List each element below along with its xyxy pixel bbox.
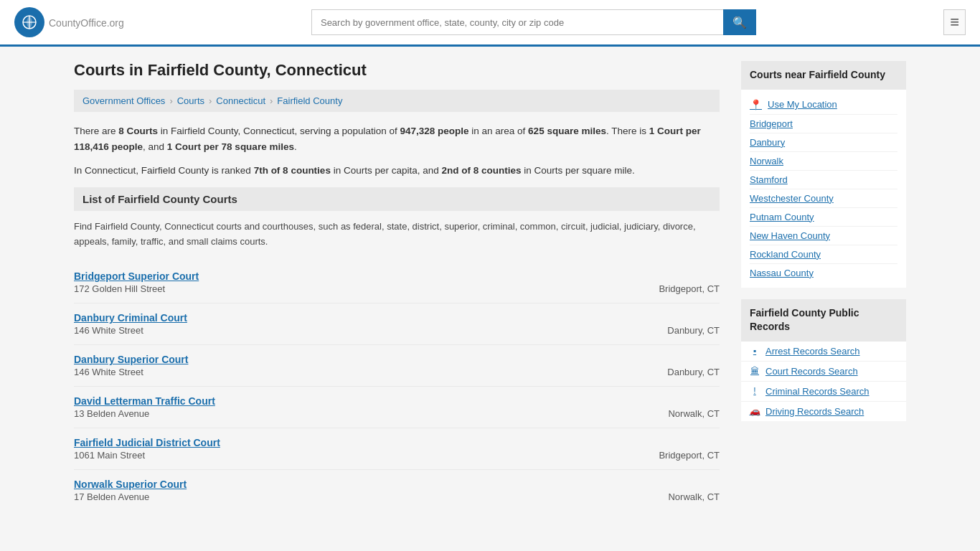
court-row: David Letterman Traffic Court 13 Belden … [74, 395, 720, 419]
breadcrumb-connecticut[interactable]: Connecticut [216, 95, 265, 106]
court-address: 17 Belden Avenue [74, 491, 654, 502]
public-records-header: Fairfield County Public Records [741, 299, 906, 342]
nearby-link[interactable]: Putnam County [750, 208, 897, 227]
logo[interactable]: CountyOffice.org [14, 7, 124, 37]
record-icon: 🏛 [750, 366, 760, 376]
court-name[interactable]: Fairfield Judicial District Court [74, 437, 644, 448]
record-label: Arrest Records Search [765, 346, 860, 357]
logo-ext: .org [107, 17, 124, 29]
court-address: 13 Belden Avenue [74, 408, 654, 419]
court-address: 146 White Street [74, 325, 653, 336]
record-label: Criminal Records Search [765, 386, 870, 397]
nearby-header: Courts near Fairfield County [741, 61, 906, 90]
nearby-link[interactable]: Danbury [750, 133, 897, 152]
info-paragraph-1: There are 8 Courts in Fairfield County, … [74, 123, 720, 154]
search-button[interactable]: 🔍 [723, 9, 756, 35]
rank-sqmi: 2nd of 8 counties [441, 165, 521, 176]
court-item: David Letterman Traffic Court 13 Belden … [74, 387, 720, 428]
area: 625 square miles [528, 126, 606, 136]
record-icon: ▪ [750, 346, 760, 356]
nearby-links: 📍 Use My Location BridgeportDanburyNorwa… [741, 90, 906, 288]
logo-name: CountyOffice [49, 17, 107, 29]
sidebar: Courts near Fairfield County 📍 Use My Lo… [741, 61, 906, 511]
court-info: Danbury Superior Court 146 White Street [74, 354, 653, 377]
main-content: Courts in Fairfield County, Connecticut … [74, 61, 720, 511]
court-location: Norwalk, CT [654, 395, 720, 419]
court-row: Bridgeport Superior Court 172 Golden Hil… [74, 270, 720, 294]
court-item: Fairfield Judicial District Court 1061 M… [74, 428, 720, 470]
court-item: Norwalk Superior Court 17 Belden Avenue … [74, 470, 720, 511]
main-container: Courts in Fairfield County, Connecticut … [60, 47, 920, 525]
court-count: 8 Courts [118, 126, 158, 136]
nearby-link[interactable]: Westchester County [750, 189, 897, 208]
breadcrumb-sep-3: › [270, 95, 273, 106]
court-info: Fairfield Judicial District Court 1061 M… [74, 437, 644, 461]
nearby-section: Courts near Fairfield County 📍 Use My Lo… [741, 61, 906, 288]
list-header-text: List of Fairfield County Courts [83, 193, 237, 205]
use-location-link[interactable]: 📍 Use My Location [750, 95, 897, 115]
logo-icon [14, 7, 44, 37]
breadcrumb-sep-1: › [169, 95, 172, 106]
use-location-label: Use My Location [768, 99, 837, 110]
court-location: Bridgeport, CT [644, 437, 720, 461]
court-row: Fairfield Judicial District Court 1061 M… [74, 437, 720, 461]
nearby-link[interactable]: Stamford [750, 171, 897, 189]
court-location: Danbury, CT [653, 354, 720, 377]
breadcrumb-fairfield[interactable]: Fairfield County [277, 95, 342, 106]
court-location: Danbury, CT [653, 312, 720, 336]
list-section-header: List of Fairfield County Courts [74, 187, 720, 211]
public-records-link[interactable]: !Criminal Records Search [741, 382, 906, 402]
breadcrumb-sep-2: › [209, 95, 212, 106]
nearby-link[interactable]: New Haven County [750, 227, 897, 245]
population: 947,328 people [400, 126, 468, 136]
nearby-link[interactable]: Rockland County [750, 245, 897, 264]
court-row: Norwalk Superior Court 17 Belden Avenue … [74, 479, 720, 502]
court-item: Danbury Criminal Court 146 White Street … [74, 303, 720, 345]
court-row: Danbury Superior Court 146 White Street … [74, 354, 720, 377]
rank-capita: 7th of 8 counties [254, 165, 331, 176]
record-icon: ! [750, 386, 760, 396]
court-address: 172 Golden Hill Street [74, 283, 644, 294]
breadcrumb-courts[interactable]: Courts [177, 95, 204, 106]
nearby-link[interactable]: Nassau County [750, 264, 897, 282]
court-item: Bridgeport Superior Court 172 Golden Hil… [74, 262, 720, 303]
nearby-link[interactable]: Norwalk [750, 152, 897, 171]
page-title: Courts in Fairfield County, Connecticut [74, 61, 720, 80]
public-records-link[interactable]: ▪Arrest Records Search [741, 342, 906, 362]
record-icon: 🚗 [750, 406, 760, 416]
public-records-link[interactable]: 🏛Court Records Search [741, 362, 906, 382]
court-info: David Letterman Traffic Court 13 Belden … [74, 395, 654, 419]
court-address: 1061 Main Street [74, 450, 644, 461]
breadcrumb-gov-offices[interactable]: Government Offices [83, 95, 165, 106]
search-area: 🔍 [311, 9, 756, 35]
court-location: Norwalk, CT [654, 479, 720, 502]
search-input[interactable] [311, 9, 723, 35]
court-info: Bridgeport Superior Court 172 Golden Hil… [74, 270, 644, 294]
per-sqmi: 1 Court per 78 square miles [167, 141, 294, 152]
court-item: Danbury Superior Court 146 White Street … [74, 345, 720, 387]
public-records-link[interactable]: 🚗Driving Records Search [741, 402, 906, 421]
court-info: Danbury Criminal Court 146 White Street [74, 312, 653, 336]
site-header: CountyOffice.org 🔍 ≡ [0, 0, 980, 47]
breadcrumb: Government Offices › Courts › Connecticu… [74, 90, 720, 112]
court-location: Bridgeport, CT [644, 270, 720, 294]
header-right: ≡ [943, 9, 966, 35]
court-name[interactable]: David Letterman Traffic Court [74, 395, 654, 407]
logo-text: CountyOffice.org [49, 15, 124, 30]
nearby-link[interactable]: Bridgeport [750, 115, 897, 133]
court-name[interactable]: Danbury Criminal Court [74, 312, 653, 324]
court-name[interactable]: Danbury Superior Court [74, 354, 653, 365]
court-row: Danbury Criminal Court 146 White Street … [74, 312, 720, 336]
court-address: 146 White Street [74, 367, 653, 377]
record-label: Court Records Search [765, 366, 858, 377]
public-records-section: Fairfield County Public Records ▪Arrest … [741, 299, 906, 421]
court-name[interactable]: Bridgeport Superior Court [74, 270, 644, 282]
location-icon: 📍 [750, 99, 762, 110]
record-label: Driving Records Search [765, 406, 864, 417]
courts-list: Bridgeport Superior Court 172 Golden Hil… [74, 262, 720, 511]
menu-button[interactable]: ≡ [943, 9, 966, 35]
court-info: Norwalk Superior Court 17 Belden Avenue [74, 479, 654, 502]
court-name[interactable]: Norwalk Superior Court [74, 479, 654, 490]
list-description: Find Fairfield County, Connecticut court… [74, 220, 720, 250]
info-paragraph-2: In Connecticut, Fairfield County is rank… [74, 163, 720, 179]
